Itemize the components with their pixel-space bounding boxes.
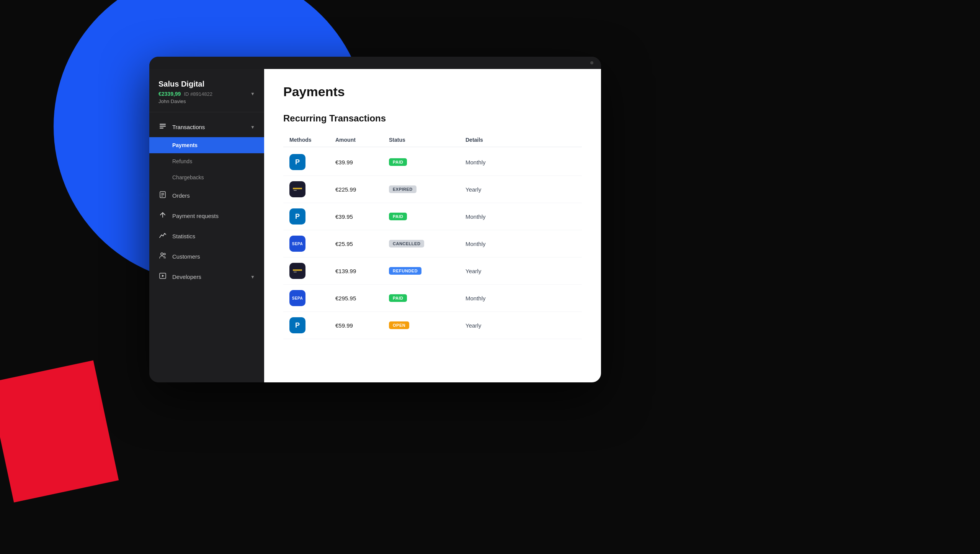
payment-requests-label: Payment requests xyxy=(172,213,255,219)
account-id: ID #8914822 xyxy=(184,91,212,97)
svg-point-8 xyxy=(164,253,165,255)
transactions-table: Methods Amount Status Details P €39.99 P… xyxy=(283,133,582,339)
sidebar-item-developers[interactable]: Developers ▼ xyxy=(149,267,264,287)
details-cell: Yearly xyxy=(466,268,576,274)
developers-arrow: ▼ xyxy=(250,274,255,280)
header-status: Status xyxy=(389,137,466,143)
customers-icon xyxy=(158,252,167,261)
sidebar-item-statistics[interactable]: Statistics xyxy=(149,226,264,246)
refunds-label: Refunds xyxy=(172,158,192,164)
sidebar: Salus Digital €2339,99 ID #8914822 ▼ Joh… xyxy=(149,69,264,382)
method-cell: SEPA xyxy=(289,236,335,252)
statistics-icon xyxy=(158,231,167,241)
svg-rect-5 xyxy=(161,195,164,195)
company-name: Salus Digital xyxy=(158,80,255,89)
status-cell: CANCELLED xyxy=(389,240,466,247)
method-cell: P xyxy=(289,154,335,170)
account-balance: €2339,99 xyxy=(158,91,181,97)
account-info: €2339,99 ID #8914822 ▼ xyxy=(158,91,255,97)
table-row[interactable]: €139.99 REFUNDED Yearly xyxy=(283,257,582,285)
method-cell: SEPA xyxy=(289,290,335,306)
amount-cell: €39.99 xyxy=(335,159,389,166)
sidebar-item-orders[interactable]: Orders xyxy=(149,185,264,206)
status-cell: EXPIRED xyxy=(389,185,466,193)
svg-rect-0 xyxy=(160,124,166,125)
payments-label: Payments xyxy=(172,142,198,148)
status-badge: PAID xyxy=(389,294,407,302)
statistics-label: Statistics xyxy=(172,233,255,239)
table-row[interactable]: P €59.99 OPEN Yearly xyxy=(283,312,582,339)
amount-cell: €39.95 xyxy=(335,213,389,220)
transactions-arrow: ▼ xyxy=(250,125,255,130)
status-cell: OPEN xyxy=(389,321,466,329)
method-cell xyxy=(289,181,335,197)
sepa-icon: SEPA xyxy=(289,236,305,252)
svg-point-7 xyxy=(161,253,163,255)
status-badge: REFUNDED xyxy=(389,267,421,275)
status-cell: PAID xyxy=(389,158,466,166)
status-cell: PAID xyxy=(389,294,466,302)
card-icon xyxy=(289,263,305,279)
table-row[interactable]: P €39.99 PAID Monthly xyxy=(283,149,582,176)
svg-rect-6 xyxy=(161,196,163,197)
table-row[interactable]: SEPA €25.95 CANCELLED Monthly xyxy=(283,230,582,257)
svg-rect-15 xyxy=(293,269,302,271)
header-amount: Amount xyxy=(335,137,389,143)
sidebar-item-customers[interactable]: Customers xyxy=(149,246,264,267)
details-cell: Yearly xyxy=(466,322,576,329)
details-cell: Monthly xyxy=(466,241,576,247)
status-badge: CANCELLED xyxy=(389,240,424,247)
device-frame: Salus Digital €2339,99 ID #8914822 ▼ Joh… xyxy=(149,57,601,382)
device-topbar xyxy=(149,57,601,69)
transactions-icon xyxy=(158,122,167,132)
sidebar-item-payment-requests[interactable]: Payment requests xyxy=(149,206,264,226)
main-content: Payments Recurring Transactions Methods … xyxy=(264,69,601,382)
chargebacks-label: Chargebacks xyxy=(172,174,204,180)
details-cell: Monthly xyxy=(466,159,576,166)
status-badge: PAID xyxy=(389,213,407,220)
header-methods: Methods xyxy=(289,137,335,143)
sidebar-username: John Davies xyxy=(158,98,255,104)
header-details: Details xyxy=(466,137,576,143)
account-dropdown-icon[interactable]: ▼ xyxy=(250,91,255,97)
svg-rect-12 xyxy=(293,188,302,189)
sidebar-item-refunds[interactable]: Refunds xyxy=(149,153,264,169)
paypal-icon: P xyxy=(289,208,305,225)
sidebar-item-payments[interactable]: Payments xyxy=(149,137,264,153)
orders-label: Orders xyxy=(172,192,255,199)
status-cell: REFUNDED xyxy=(389,267,466,275)
status-cell: PAID xyxy=(389,213,466,220)
details-cell: Monthly xyxy=(466,295,576,302)
details-cell: Monthly xyxy=(466,213,576,220)
svg-rect-16 xyxy=(294,272,297,272)
method-cell: P xyxy=(289,208,335,225)
sidebar-item-transactions[interactable]: Transactions ▼ xyxy=(149,117,264,137)
status-badge: EXPIRED xyxy=(389,185,416,193)
table-row[interactable]: P €39.95 PAID Monthly xyxy=(283,203,582,230)
device-content: Salus Digital €2339,99 ID #8914822 ▼ Joh… xyxy=(149,69,601,382)
payment-requests-icon xyxy=(158,211,167,221)
amount-cell: €25.95 xyxy=(335,241,389,247)
background-red-rectangle xyxy=(0,360,119,502)
details-cell: Yearly xyxy=(466,186,576,193)
svg-rect-1 xyxy=(160,126,166,127)
paypal-icon: P xyxy=(289,317,305,333)
svg-rect-2 xyxy=(160,128,163,129)
sidebar-item-chargebacks[interactable]: Chargebacks xyxy=(149,169,264,185)
svg-rect-4 xyxy=(161,193,164,194)
status-badge: OPEN xyxy=(389,321,409,329)
transactions-label: Transactions xyxy=(172,124,245,130)
method-cell xyxy=(289,263,335,279)
sidebar-navigation: Transactions ▼ Payments Refunds Chargeba… xyxy=(149,112,264,382)
orders-icon xyxy=(158,191,167,200)
amount-cell: €59.99 xyxy=(335,322,389,329)
amount-cell: €139.99 xyxy=(335,268,389,274)
table-row[interactable]: €225.99 EXPIRED Yearly xyxy=(283,176,582,203)
sepa-icon: SEPA xyxy=(289,290,305,306)
table-row[interactable]: SEPA €295.95 PAID Monthly xyxy=(283,285,582,312)
svg-marker-10 xyxy=(162,275,164,277)
device-camera-dot xyxy=(590,61,593,64)
svg-rect-13 xyxy=(294,190,297,191)
table-header-row: Methods Amount Status Details xyxy=(283,133,582,147)
card-icon xyxy=(289,181,305,197)
